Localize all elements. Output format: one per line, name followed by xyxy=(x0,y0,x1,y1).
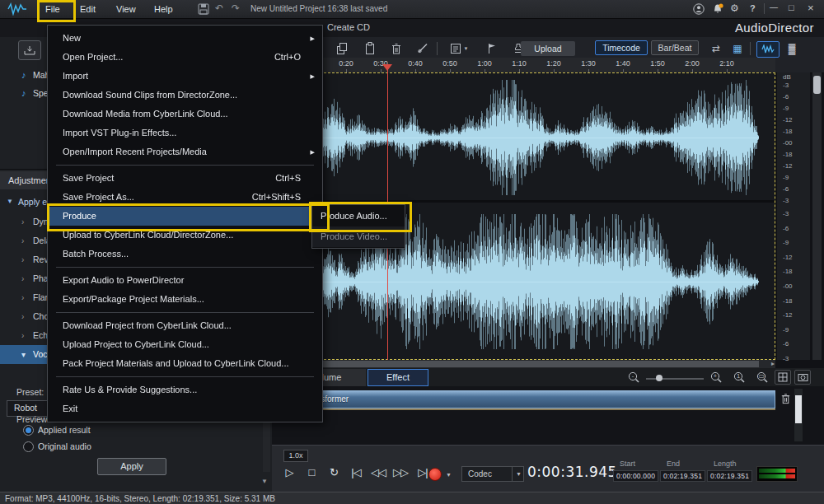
zoom-one-button[interactable]: 1 xyxy=(733,371,746,384)
scroll-right-icon[interactable]: ▸ xyxy=(771,360,775,367)
menu-file[interactable]: File xyxy=(38,1,68,17)
playhead-marker[interactable] xyxy=(382,64,392,71)
track-scrollbar-thumb[interactable] xyxy=(795,395,802,423)
file-menu-item-batch-process[interactable]: Batch Process... xyxy=(48,245,322,264)
menu-view[interactable]: View xyxy=(109,1,143,17)
record-button[interactable] xyxy=(428,468,442,481)
horizontal-scrollbar[interactable]: ▸ xyxy=(274,360,775,368)
settings-icon[interactable]: ⚙ xyxy=(730,2,739,14)
timeline-ruler[interactable]: 0:200:300:400:501:001:101:201:301:401:50… xyxy=(274,58,775,73)
spectral-view-button[interactable]: ▓ xyxy=(781,40,803,57)
file-menu-item-open-import-recent-projects-media[interactable]: Open/Import Recent Projects/Media▶ xyxy=(48,142,322,161)
save-project-icon[interactable] xyxy=(198,3,209,15)
notifications-icon[interactable] xyxy=(712,3,723,15)
file-menu-item-export-package-project-materials[interactable]: Export/Package Project Materials... xyxy=(48,290,322,309)
zoom-in-button[interactable]: + xyxy=(710,371,723,384)
vertical-scrollbar[interactable] xyxy=(812,72,822,360)
user-profile-icon[interactable] xyxy=(693,3,705,15)
file-menu-item-exit[interactable]: Exit xyxy=(48,399,322,418)
grid-view-button[interactable] xyxy=(775,370,791,385)
apply-button[interactable]: Apply xyxy=(97,458,166,475)
file-menu-item-new[interactable]: New▶ xyxy=(48,29,322,48)
file-menu-item-open-project[interactable]: Open Project...Ctrl+O xyxy=(48,48,322,67)
loop-playback-button[interactable]: ↻ xyxy=(323,466,344,478)
codec-dropdown-button[interactable]: ▼ xyxy=(512,466,524,482)
submenu-item-produce-video[interactable]: Produce Video... xyxy=(312,226,405,247)
next-button[interactable]: ▷▷ xyxy=(390,466,411,478)
file-menu-item-download-sound-clips-from-directorzone[interactable]: Download Sound Clips from DirectorZone..… xyxy=(48,86,322,105)
zoom-slider-knob[interactable] xyxy=(656,375,662,381)
go-to-start-button[interactable]: |◁ xyxy=(345,466,367,478)
razor-icon xyxy=(416,42,429,55)
stop-button[interactable]: □ xyxy=(301,466,322,478)
grid-toggle-button[interactable]: ▦ xyxy=(727,40,748,57)
file-menu-item-import-vst-plug-in-effects[interactable]: Import VST Plug-in Effects... xyxy=(48,124,322,142)
redo-icon[interactable]: ↷ xyxy=(232,2,240,14)
undo-icon[interactable]: ↶ xyxy=(215,2,223,14)
field-value-start: 0:00:00.000 xyxy=(613,470,658,482)
preview-radio-original-audio[interactable]: Original audio xyxy=(0,438,247,455)
db-label: -6 xyxy=(783,341,789,348)
file-menu-item-upload-to-cyberlink-cloud-directorzone[interactable]: Upload to CyberLink Cloud/DirectorZone..… xyxy=(48,226,322,245)
file-menu-item-produce[interactable]: Produce▶ xyxy=(48,207,322,226)
file-menu-item-download-media-from-cyberlink-cloud[interactable]: Download Media from CyberLink Cloud... xyxy=(48,105,322,124)
marker-button[interactable] xyxy=(481,40,503,57)
file-menu-item-download-project-from-cyberlink-cloud[interactable]: Download Project from CyberLink Cloud... xyxy=(48,316,322,335)
trim-button[interactable] xyxy=(412,40,433,57)
menu-edit[interactable]: Edit xyxy=(73,1,103,17)
radio-selected-icon[interactable] xyxy=(23,425,34,436)
minimize-button[interactable]: — xyxy=(770,2,778,12)
help-icon[interactable]: ? xyxy=(750,3,756,13)
file-menu-item-pack-project-materials-and-upload-to-cyberlink-cloud[interactable]: Pack Project Materials and Upload to Cyb… xyxy=(48,354,322,373)
file-menu-item-save-project-as[interactable]: Save Project As...Ctrl+Shift+S xyxy=(48,188,322,207)
maximize-button[interactable]: □ xyxy=(789,2,794,12)
submenu-item-produce-audio[interactable]: Produce Audio... xyxy=(312,206,405,226)
record-dropdown-icon[interactable]: ▼ xyxy=(446,472,452,478)
timecode-button[interactable]: Timecode xyxy=(595,40,648,55)
tab-effect[interactable]: Effect xyxy=(368,369,428,386)
left-panel-scroll-down-icon[interactable]: ▼ xyxy=(261,478,268,485)
db-label: -12 xyxy=(783,163,793,170)
spectral-view-icon: ▓ xyxy=(789,44,796,54)
vertical-scrollbar-thumb[interactable] xyxy=(813,76,821,94)
file-menu-item-rate-us-provide-suggestions[interactable]: Rate Us & Provide Suggestions... xyxy=(48,380,322,399)
brand-logo: AudioDirector xyxy=(735,21,814,35)
file-menu-item-import[interactable]: Import▶ xyxy=(48,67,322,86)
fit-view-button[interactable] xyxy=(794,370,811,385)
zoom-selection-button[interactable]: ▭ xyxy=(756,371,769,384)
file-menu-item-save-project[interactable]: Save ProjectCtrl+S xyxy=(48,169,322,188)
toolbar-divider xyxy=(437,42,438,55)
ruler-label: 0:50 xyxy=(438,59,461,68)
zoom-slider-track[interactable] xyxy=(646,378,704,380)
remove-effect-button[interactable] xyxy=(780,392,792,405)
menu-help[interactable]: Help xyxy=(147,1,180,17)
import-media-button[interactable] xyxy=(18,40,41,60)
zoom-out-button[interactable]: - xyxy=(628,371,640,384)
close-button[interactable]: × xyxy=(808,2,814,14)
snap-toggle-button[interactable]: ⇄ xyxy=(705,40,727,57)
produce-submenu: Produce Audio...Produce Video... xyxy=(311,204,405,249)
insert-tool-button[interactable]: ▼ xyxy=(445,40,473,57)
radio-unselected-icon[interactable] xyxy=(23,441,34,452)
codec-select[interactable]: Codec xyxy=(461,466,513,482)
room-tab-create-cd[interactable]: Create CD xyxy=(327,22,370,32)
copy-button[interactable] xyxy=(331,40,353,57)
paste-button[interactable] xyxy=(359,40,381,57)
section-chevron-icon: ▼ xyxy=(7,198,13,205)
file-menu-item-upload-project-to-cyberlink-cloud[interactable]: Upload Project to CyberLink Cloud... xyxy=(48,335,322,354)
radio-label: Applied result xyxy=(38,422,91,438)
track-scrollbar[interactable] xyxy=(794,389,803,441)
preview-radio-applied-result[interactable]: Applied result xyxy=(0,422,247,438)
effect-clip[interactable]: Vocal Transformer xyxy=(274,390,775,408)
playback-speed[interactable]: 1.0x xyxy=(283,450,308,462)
horizontal-scrollbar-thumb[interactable] xyxy=(274,361,759,367)
submenu-arrow-icon: ▶ xyxy=(311,142,315,161)
upload-button[interactable]: Upload xyxy=(521,41,575,56)
delete-button[interactable] xyxy=(386,40,407,57)
file-menu-item-export-audio-to-powerdirector[interactable]: Export Audio to PowerDirector xyxy=(48,271,322,290)
previous-button[interactable]: ◁◁ xyxy=(368,466,389,478)
db-label: -00 xyxy=(783,140,793,147)
waveform-view-button[interactable] xyxy=(756,41,780,58)
play-button[interactable]: ▷ xyxy=(279,466,300,478)
bar-beat-button[interactable]: Bar/Beat xyxy=(651,40,699,55)
